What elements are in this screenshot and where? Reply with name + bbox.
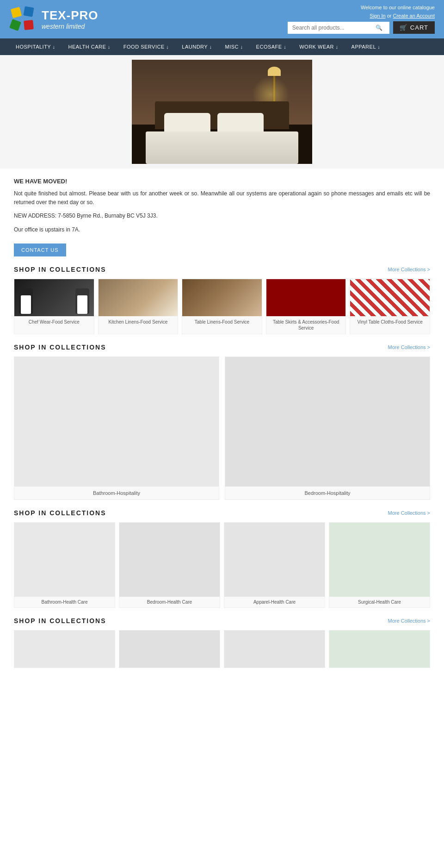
nav-laundry[interactable]: LAUNDRY ↓ [175,38,218,55]
main-content: WE HAVE MOVED! Not quite finished but al… [0,169,444,705]
collection-label-bathroom-health: Bathroom-Health Care [14,597,115,607]
collection-last-1[interactable] [14,630,115,668]
collection-last-3[interactable] [224,630,325,668]
collection-bedroom-health[interactable]: Bedroom-Health Care [119,522,220,608]
section-title-2: SHOP IN COLLECTIONS [14,343,106,351]
brand-sub: western limited [42,23,99,31]
more-collections-3[interactable]: More Collections > [388,510,430,516]
search-icon: 🔍 [376,25,382,31]
collections-last: SHOP IN COLLECTIONS More Collections > [14,617,430,687]
logo-area: TEX-PRO western limited [9,6,99,33]
section-title-3: SHOP IN COLLECTIONS [14,509,106,517]
search-cart: 🔍 🛒 CART [288,21,435,34]
svg-rect-0 [11,6,22,18]
collection-label-table-linens: Table Linens-Food Service [182,316,262,328]
moved-notice: WE HAVE MOVED! Not quite finished but al… [14,178,430,256]
collection-bathroom-hospitality[interactable]: Bathroom-Hospitality [14,356,219,500]
collection-label-bedroom-health: Bedroom-Health Care [119,597,220,607]
collections-header-3: SHOP IN COLLECTIONS More Collections > [14,509,430,517]
collection-label-bathroom-hosp: Bathroom-Hospitality [14,487,219,500]
logo-text: TEX-PRO western limited [42,8,99,31]
collections-hospitality: SHOP IN COLLECTIONS More Collections > B… [14,343,430,500]
header: TEX-PRO western limited Welcome to our o… [0,0,444,38]
collections-health-care: SHOP IN COLLECTIONS More Collections > B… [14,509,430,608]
moved-heading: WE HAVE MOVED! [14,178,430,185]
collection-label-bedroom-hosp: Bedroom-Hospitality [225,487,430,500]
hero-section [0,55,444,169]
collections-grid-2: Bathroom-Hospitality Bedroom-Hospitality [14,356,430,500]
collections-grid-4 [14,630,430,668]
nav-health-care[interactable]: HEALTH CARE ↓ [62,38,117,55]
collection-last-4[interactable] [329,630,430,668]
moved-office: Our office is upstairs in 7A. [14,225,430,234]
collection-last-2[interactable] [119,630,220,668]
collection-vinyl-table[interactable]: Vinyl Table Cloths-Food Service [350,279,430,334]
collection-table-linens[interactable]: Table Linens-Food Service [182,279,262,334]
collection-label-vinyl: Vinyl Table Cloths-Food Service [350,316,430,328]
collection-kitchen-linens[interactable]: Kitchen Linens-Food Service [98,279,179,334]
welcome-text: Welcome to our online catalogue [361,5,435,10]
collections-grid-3: Bathroom-Health Care Bedroom-Health Care… [14,522,430,608]
nav-food-service[interactable]: FOOD SERVICE ↓ [117,38,175,55]
collections-header-4: SHOP IN COLLECTIONS More Collections > [14,617,430,624]
section-title-1: SHOP IN COLLECTIONS [14,266,106,273]
collection-chef-wear[interactable]: Chef Wear-Food Service [14,279,94,334]
search-input[interactable] [292,25,376,31]
nav-ecosafe[interactable]: ECOSAFE ↓ [250,38,293,55]
collection-label-chef: Chef Wear-Food Service [14,316,94,328]
svg-rect-1 [23,6,34,17]
cart-button[interactable]: 🛒 CART [393,21,435,34]
nav-work-wear[interactable]: WORK WEAR ↓ [293,38,345,55]
collection-label-surgical-health: Surgical-Health Care [329,597,430,607]
header-right: Welcome to our online catalogue Sign In … [288,5,435,34]
nav-misc[interactable]: MISC ↓ [219,38,250,55]
collection-table-skirts[interactable]: Table Skirts & Accessories-Food Service [266,279,346,334]
logo-icon [9,6,37,33]
moved-body: Not quite finished but almost. Please be… [14,189,430,207]
collection-bedroom-hospitality[interactable]: Bedroom-Hospitality [225,356,430,500]
sign-in-link[interactable]: Sign In [370,13,385,19]
moved-address: NEW ADDRESS: 7-5850 Byrne Rd., Burnaby B… [14,212,430,220]
cart-icon: 🛒 [400,24,407,31]
collection-surgical-health[interactable]: Surgical-Health Care [329,522,430,608]
nav-apparel[interactable]: APPAREL ↓ [345,38,387,55]
search-box: 🔍 [288,22,389,34]
nav-hospitality[interactable]: HOSPITALITY ↓ [9,38,62,55]
collections-header-1: SHOP IN COLLECTIONS More Collections > [14,266,430,273]
hero-image [132,60,312,164]
collection-bathroom-health[interactable]: Bathroom-Health Care [14,522,115,608]
more-collections-2[interactable]: More Collections > [388,344,430,350]
contact-us-button[interactable]: CONTACT US [14,244,66,256]
cart-label: CART [410,24,428,31]
create-account-link[interactable]: Create an Account [393,13,435,19]
collections-food-service: SHOP IN COLLECTIONS More Collections > C… [14,266,430,334]
collection-label-table-skirts: Table Skirts & Accessories-Food Service [266,316,346,334]
more-collections-1[interactable]: More Collections > [388,267,430,272]
collection-label-kitchen: Kitchen Linens-Food Service [99,316,178,328]
auth-links: Sign In or Create an Account [370,13,435,19]
collections-header-2: SHOP IN COLLECTIONS More Collections > [14,343,430,351]
section-title-4: SHOP IN COLLECTIONS [14,617,106,624]
brand-name: TEX-PRO [42,8,99,23]
collection-apparel-health[interactable]: Apparel-Health Care [224,522,325,608]
nav-bar: HOSPITALITY ↓ HEALTH CARE ↓ FOOD SERVICE… [0,38,444,55]
svg-rect-3 [24,20,34,30]
more-collections-4[interactable]: More Collections > [388,618,430,624]
collections-grid-1: Chef Wear-Food Service Kitchen Linens-Fo… [14,279,430,334]
collection-label-apparel-health: Apparel-Health Care [224,597,325,607]
svg-rect-2 [9,19,21,31]
